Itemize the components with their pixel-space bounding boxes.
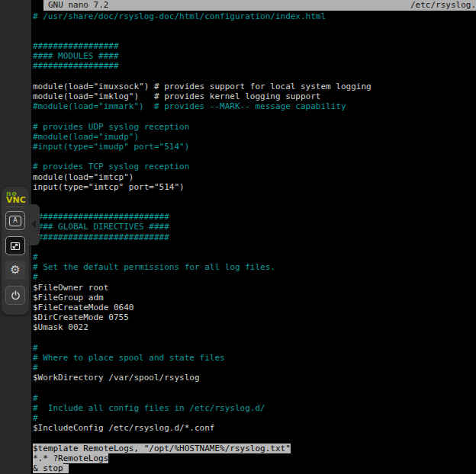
settings-button[interactable]: ⚙ [5, 261, 25, 280]
editor-line: # [33, 252, 476, 262]
control-bar-divider [5, 207, 25, 207]
editor-line: module(load="imtcp") [33, 172, 476, 182]
keyboard-a-icon: A [9, 216, 21, 226]
editor-line: $FileCreateMode 0640 [33, 303, 476, 312]
editor-line [33, 152, 476, 162]
editor-line: # [33, 413, 476, 423]
power-icon [10, 290, 21, 301]
editor-line: $FileOwner root [33, 283, 476, 293]
disconnect-button[interactable] [5, 286, 25, 305]
editor-line: # /usr/share/doc/rsyslog-doc/html/config… [33, 11, 476, 21]
novnc-logo: no VNC [6, 191, 26, 204]
editor-line: # provides TCP syslog reception [33, 162, 476, 171]
editor-line: # Set the default permissions for all lo… [33, 262, 476, 272]
editor-line [33, 21, 476, 31]
editor-line [33, 242, 476, 252]
text-cursor [63, 464, 69, 473]
editor-line: #input(type="imudp" port="514") [33, 142, 476, 152]
editor-line: # provides UDP syslog reception [33, 122, 476, 132]
editor-line [33, 72, 476, 82]
editor-line [33, 433, 476, 443]
editor-line: & stop [33, 463, 476, 473]
editor-line: # Where to place spool and state files [33, 353, 476, 363]
control-bar-handle[interactable] [29, 204, 40, 245]
editor-line: *.* ?RemoteLogs [33, 453, 476, 463]
editor-line: #module(load="immark") # provides --MARK… [33, 101, 476, 111]
editor-line: input(type="imtcp" port="514") [33, 182, 476, 192]
editor-line: # [33, 393, 476, 403]
nano-titlebar: GNU nano 7.2 /etc/rsyslog. [43, 0, 476, 11]
editor-line [33, 383, 476, 392]
fullscreen-icon [10, 241, 21, 251]
nano-file-path: /etc/rsyslog. [410, 0, 476, 11]
editor-line: ################# [33, 61, 476, 71]
editor-line: ########################### [33, 232, 476, 242]
terminal-screen[interactable]: GNU nano 7.2 /etc/rsyslog. # /usr/share/… [31, 0, 476, 474]
novnc-control-bar: no VNC A ⚙ [2, 187, 29, 315]
extra-keys-button[interactable]: A [5, 211, 25, 230]
editor-line [33, 31, 476, 41]
editor-line [33, 333, 476, 343]
editor-line: # [33, 272, 476, 282]
settings-gear-icon: ⚙ [10, 264, 20, 276]
novnc-page: GNU nano 7.2 /etc/rsyslog. # /usr/share/… [0, 0, 476, 474]
nano-app-title: GNU nano 7.2 [48, 0, 108, 11]
editor-line: module(load="imklog") # provides kernel … [33, 91, 476, 101]
editor-line: # Include all config files in /etc/rsysl… [33, 403, 476, 413]
collapse-arrow-icon [31, 220, 36, 228]
editor-line [33, 192, 476, 202]
editor-line: module(load="imuxsock") # provides suppo… [33, 82, 476, 91]
editor-line [33, 111, 476, 121]
editor-line: #### MODULES #### [33, 51, 476, 61]
editor-line: $IncludeConfig /etc/rsyslog.d/*.conf [33, 423, 476, 433]
editor-line: ################# [33, 41, 476, 51]
editor-line: ########################### [33, 212, 476, 222]
editor-line: # [33, 343, 476, 353]
novnc-logo-vnc: VNC [6, 197, 26, 204]
editor-line [33, 202, 476, 212]
editor-line: #module(load="imudp") [33, 132, 476, 142]
fullscreen-button[interactable] [5, 236, 25, 255]
editor-lines: # /usr/share/doc/rsyslog-doc/html/config… [33, 11, 476, 474]
editor-line: $Umask 0022 [33, 322, 476, 332]
editor-line: $FileGroup adm [33, 293, 476, 303]
editor-line: # [33, 363, 476, 373]
editor-line: #### GLOBAL DIRECTIVES #### [33, 222, 476, 232]
editor-line: $template RemoteLogs, "/opt/%HOSTNAME%/r… [33, 444, 476, 453]
editor-line: $WorkDirectory /var/spool/rsyslog [33, 373, 476, 383]
editor-line: $DirCreateMode 0755 [33, 312, 476, 322]
